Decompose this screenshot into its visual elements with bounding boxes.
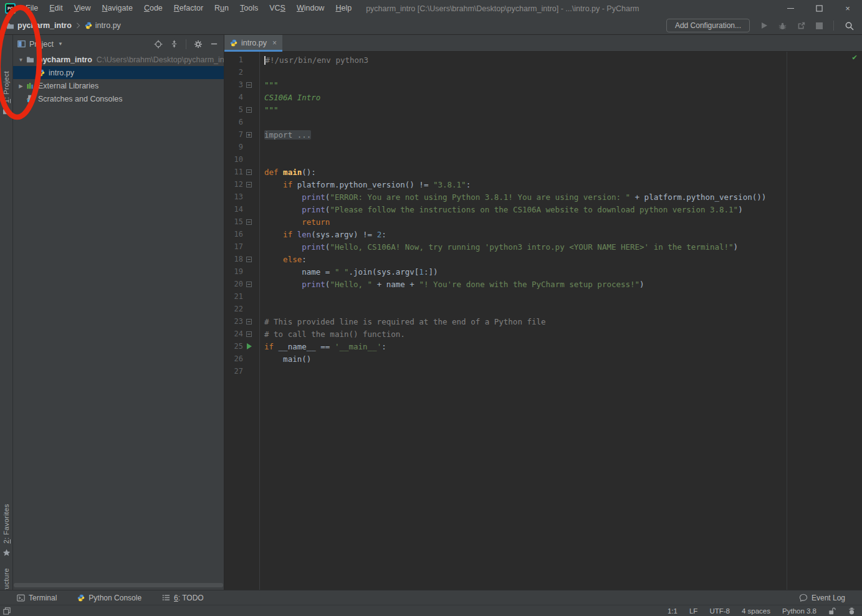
lock-open-icon[interactable] — [828, 607, 836, 615]
code-line-24[interactable]: 24−# to call the main() function. — [224, 328, 862, 340]
run-line-icon[interactable] — [247, 343, 252, 349]
menu-code[interactable]: Code — [138, 0, 168, 17]
fold-marker-icon[interactable]: − — [246, 182, 252, 187]
fold-marker-icon[interactable]: − — [246, 219, 252, 225]
code-line-17[interactable]: 17 print("Hello, CS106A! Now, try runnin… — [224, 240, 862, 253]
code-line-11[interactable]: 11−def main(): — [224, 166, 862, 178]
code-line-18[interactable]: 18− else: — [224, 253, 862, 265]
code-line-3[interactable]: 3−""" — [224, 78, 862, 91]
fold-marker-icon[interactable]: − — [246, 282, 252, 287]
menu-refactor[interactable]: Refactor — [168, 0, 209, 17]
breadcrumb: pycharm_introintro.py — [6, 21, 121, 30]
status-line-separator[interactable]: LF — [689, 607, 697, 615]
python-icon — [37, 69, 45, 77]
code-line-21[interactable]: 21 — [224, 290, 862, 303]
code-line-16[interactable]: 16 if len(sys.argv) != 2: — [224, 228, 862, 240]
menu-view[interactable]: View — [69, 0, 97, 17]
code-editor[interactable]: ✔ 1#!/usr/bin/env python323−"""4CS106A I… — [224, 52, 862, 590]
code-line-7[interactable]: 7+import ... — [224, 128, 862, 141]
code-line-12[interactable]: 12− if platform.python_version() != "3.8… — [224, 178, 862, 191]
menu-window[interactable]: Window — [291, 0, 330, 17]
fold-marker-icon[interactable]: − — [246, 107, 252, 113]
code-line-20[interactable]: 20− print("Hello, " + name + "! You're d… — [224, 278, 862, 290]
code-line-26[interactable]: 26 main() — [224, 353, 862, 365]
debug-icon[interactable] — [778, 22, 787, 30]
close-tab-icon[interactable]: × — [272, 39, 277, 47]
code-line-25[interactable]: 25if __name__ == '__main__': — [224, 340, 862, 353]
folder-icon — [6, 22, 14, 29]
unfold-marker-icon[interactable]: + — [246, 132, 252, 138]
gutter: − — [243, 278, 255, 290]
code-line-15[interactable]: 15− return — [224, 216, 862, 228]
menu-edit[interactable]: Edit — [44, 0, 69, 17]
line-number: 23 — [224, 317, 243, 326]
tree-item-intro-py[interactable]: intro.py — [13, 66, 224, 79]
run-with-coverage-icon[interactable] — [797, 22, 805, 30]
tab-intro-py[interactable]: intro.py × — [224, 35, 282, 51]
menu-navigate[interactable]: Navigate — [97, 0, 138, 17]
menu-vcs[interactable]: VCS — [264, 0, 291, 17]
run-icon[interactable] — [760, 22, 768, 29]
code-line-13[interactable]: 13 print("ERROR: You are not using Pytho… — [224, 191, 862, 203]
tree-item-external-libraries[interactable]: ▶External Libraries — [13, 79, 224, 92]
status-caret-position[interactable]: 1:1 — [668, 607, 678, 615]
menu-help[interactable]: Help — [330, 0, 357, 17]
code-line-5[interactable]: 5−""" — [224, 103, 862, 116]
code-line-14[interactable]: 14 print("Please follow the instructions… — [224, 203, 862, 216]
chevron-collapsed-icon[interactable]: ▶ — [16, 83, 26, 89]
tool-strip-1-project[interactable]: 1: Project — [0, 71, 12, 115]
minimize-button[interactable] — [776, 0, 805, 17]
breadcrumb-intro-py[interactable]: intro.py — [85, 21, 121, 30]
hide-panel-icon[interactable] — [210, 40, 218, 48]
collapse-all-icon[interactable] — [170, 40, 178, 48]
menu-run[interactable]: Run — [209, 0, 234, 17]
tree-item-pycharm-intro[interactable]: ▼pycharm_introC:\Users\brahm\Desktop\pyc… — [13, 53, 224, 66]
gutter: − — [243, 216, 255, 228]
event-log-button[interactable]: Event Log — [799, 594, 862, 602]
settings-gear-icon[interactable] — [194, 40, 203, 49]
code-line-1[interactable]: 1#!/usr/bin/env python3 — [224, 54, 862, 66]
code-line-9[interactable]: 9 — [224, 141, 862, 153]
horizontal-scrollbar[interactable] — [14, 583, 223, 587]
menu-file[interactable]: File — [20, 0, 44, 17]
chevron-down-icon[interactable]: ▼ — [58, 41, 63, 47]
chevron-expanded-icon[interactable]: ▼ — [16, 57, 26, 63]
fold-marker-icon[interactable]: − — [246, 169, 252, 175]
code-line-23[interactable]: 23−# This provided line is required at t… — [224, 315, 862, 328]
gutter: − — [243, 328, 255, 340]
status-file-encoding[interactable]: UTF-8 — [709, 607, 730, 615]
code-line-2[interactable]: 2 — [224, 66, 862, 78]
locate-file-icon[interactable] — [154, 40, 163, 49]
code-line-22[interactable]: 22 — [224, 303, 862, 315]
project-panel-title[interactable]: Project — [29, 40, 54, 49]
pycharm-logo-icon[interactable]: PC — [5, 3, 16, 14]
tool-window-terminal[interactable]: Terminal — [17, 594, 57, 602]
add-configuration-button[interactable]: Add Configuration... — [666, 19, 750, 32]
code-line-27[interactable]: 27 — [224, 365, 862, 377]
code-line-10[interactable]: 10 — [224, 153, 862, 166]
code-line-19[interactable]: 19 name = " ".join(sys.argv[1:]) — [224, 265, 862, 278]
tree-item-scratches-and-consoles[interactable]: Scratches and Consoles — [13, 92, 224, 105]
maximize-button[interactable] — [805, 0, 833, 17]
fold-marker-icon[interactable]: − — [246, 82, 252, 88]
code-line-6[interactable]: 6 — [224, 116, 862, 128]
line-number: 3 — [224, 80, 243, 89]
fold-marker-icon[interactable]: − — [246, 319, 252, 325]
status-python-interpreter[interactable]: Python 3.8 — [782, 607, 817, 615]
tool-window-6-todo[interactable]: 6: TODO — [162, 594, 204, 602]
breadcrumb-pycharm-intro[interactable]: pycharm_intro — [6, 21, 72, 30]
stop-icon[interactable] — [816, 22, 823, 29]
line-number: 15 — [224, 217, 243, 226]
close-button[interactable]: × — [833, 0, 862, 17]
hector-inspections-icon[interactable] — [848, 607, 856, 615]
search-everywhere-icon[interactable] — [845, 21, 854, 31]
gutter — [243, 303, 255, 315]
menu-tools[interactable]: Tools — [234, 0, 264, 17]
fold-marker-icon[interactable]: − — [246, 331, 252, 337]
fold-marker-icon[interactable]: − — [246, 257, 252, 262]
tool-strip-2-favorites[interactable]: 2: Favorites — [0, 504, 12, 557]
tool-window-python-console[interactable]: Python Console — [77, 594, 141, 602]
status-indent-style[interactable]: 4 spaces — [742, 607, 770, 615]
code-line-4[interactable]: 4CS106A Intro — [224, 91, 862, 103]
restore-window-icon[interactable] — [3, 607, 11, 615]
